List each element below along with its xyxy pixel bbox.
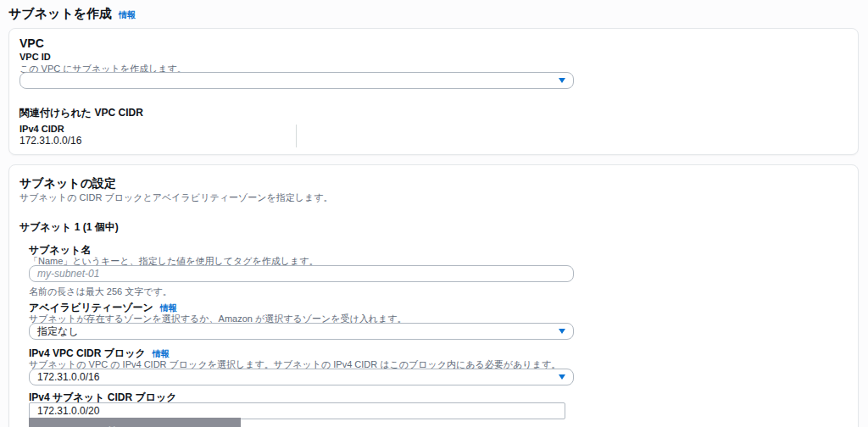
column-divider bbox=[296, 125, 297, 147]
ipv4-cidr-value: 172.31.0.0/16 bbox=[19, 135, 81, 147]
ipv4-subnet-cidr-input[interactable] bbox=[29, 402, 565, 419]
page-title: サブネットを作成 bbox=[8, 6, 112, 20]
subnet-name-constraint: 名前の長さは最大 256 文字です。 bbox=[29, 286, 172, 298]
page-title-info-link[interactable]: 情報 bbox=[119, 10, 136, 19]
chevron-down-icon bbox=[559, 78, 565, 83]
ipv4-vpc-cidr-select[interactable]: 172.31.0.0/16 bbox=[29, 369, 574, 385]
ipv4-cidr-label: IPv4 CIDR bbox=[19, 124, 64, 134]
subnet-settings-description: サブネットの CIDR ブロックとアベイラビリティーゾーンを指定します。 bbox=[19, 191, 332, 204]
chevron-down-icon bbox=[559, 374, 565, 380]
vpc-id-label: VPC ID bbox=[19, 52, 51, 62]
cidr-helper-toolbar: ‹ › ↑ ✕ bbox=[29, 418, 241, 427]
subnet-name-input[interactable] bbox=[29, 265, 574, 282]
availability-zone-select[interactable]: 指定なし bbox=[29, 323, 574, 340]
vpc-id-select[interactable] bbox=[19, 72, 574, 89]
subnet-settings-heading: サブネットの設定 bbox=[19, 176, 116, 191]
page-header: サブネットを作成情報 bbox=[8, 6, 136, 22]
ipv4-vpc-cidr-select-value: 172.31.0.0/16 bbox=[37, 371, 99, 383]
vpc-card-heading: VPC bbox=[19, 36, 44, 50]
subnet-counter: サブネット 1 (1 個中) bbox=[19, 220, 119, 235]
chevron-down-icon bbox=[559, 329, 565, 334]
vpc-card: VPC VPC ID この VPC にサブネットを作成します。 関連付けられた … bbox=[8, 28, 859, 155]
associated-cidr-heading: 関連付けられた VPC CIDR bbox=[19, 106, 143, 120]
availability-zone-select-value: 指定なし bbox=[37, 324, 79, 339]
subnet-settings-card: サブネットの設定 サブネットの CIDR ブロックとアベイラビリティーゾーンを指… bbox=[8, 164, 859, 427]
